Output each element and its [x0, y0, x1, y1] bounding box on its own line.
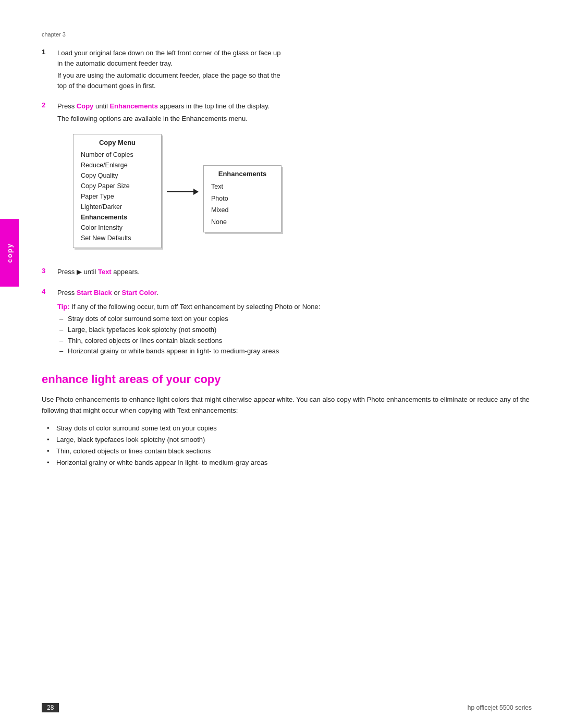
step-3: 3 Press ▶ until Text appears.: [42, 267, 532, 279]
step-1-line2: If you are using the automatic document …: [57, 70, 532, 91]
step-1: 1 Load your original face down on the le…: [42, 48, 532, 93]
copy-menu-item-6: Lighter/Darker: [81, 202, 154, 212]
step-4-content: Press Start Black or Start Color. Tip: I…: [57, 288, 532, 357]
section-title: enhance light areas of your copy: [42, 373, 532, 386]
tip-label: Tip:: [57, 303, 70, 311]
enhancements-keyword: Enhancements: [109, 102, 157, 110]
step-4: 4 Press Start Black or Start Color. Tip:…: [42, 288, 532, 357]
step-1-number: 1: [42, 48, 57, 56]
body-paragraph: Use Photo enhancements to enhance light …: [42, 394, 532, 416]
copy-menu-item-3: Copy Quality: [81, 170, 154, 181]
menu-diagram: Copy Menu Number of Copies Reduce/Enlarg…: [73, 134, 532, 248]
step-1-line1: Load your original face down on the left…: [57, 48, 532, 68]
footer-product-name: hp officejet 5500 series: [468, 704, 532, 711]
dash-item-3: Thin, colored objects or lines contain b…: [57, 336, 532, 347]
copy-menu-item-8: Color Intensity: [81, 223, 154, 233]
start-color-keyword: Start Color: [122, 289, 157, 297]
enhancements-item-photo: Photo: [211, 193, 274, 205]
page-container: copy chapter 3 1 Load your original face…: [0, 0, 563, 728]
arrow-container: [162, 191, 203, 192]
step-3-content: Press ▶ until Text appears.: [57, 267, 532, 279]
start-black-keyword: Start Black: [77, 289, 112, 297]
copy-menu-box: Copy Menu Number of Copies Reduce/Enlarg…: [73, 134, 162, 248]
copy-menu-item-9: Set New Defaults: [81, 233, 154, 243]
copy-menu-item-5: Paper Type: [81, 191, 154, 202]
tip-block: Tip: If any of the following occur, turn…: [57, 303, 532, 311]
dash-item-2: Large, black typefaces look splotchy (no…: [57, 325, 532, 336]
enhancements-item-mixed: Mixed: [211, 204, 274, 216]
footer: 28 hp officejet 5500 series: [0, 703, 563, 712]
dash-list: Stray dots of color surround some text o…: [57, 314, 532, 357]
bullet-item-1: Stray dots of color surround some text o…: [47, 423, 532, 434]
enhancements-title: Enhancements: [211, 170, 274, 178]
step-2-text: Press Copy until Enhancements appears in…: [57, 101, 532, 112]
enhancements-item-none: None: [211, 216, 274, 228]
step-4-text: Press Start Black or Start Color.: [57, 288, 532, 298]
text-keyword: Text: [98, 268, 112, 276]
step-1-content: Load your original face down on the left…: [57, 48, 532, 93]
footer-page-number: 28: [42, 703, 59, 712]
copy-menu-item-1: Number of Copies: [81, 150, 154, 160]
enhancements-item-text: Text: [211, 181, 274, 193]
bullet-list: Stray dots of color surround some text o…: [47, 423, 532, 468]
step-3-text: Press ▶ until Text appears.: [57, 267, 532, 277]
copy-menu-item-2: Reduce/Enlarge: [81, 160, 154, 170]
side-tab-label: copy: [6, 243, 14, 263]
step-2-content: Press Copy until Enhancements appears in…: [57, 101, 532, 258]
step-2-line2: The following options are available in t…: [57, 114, 532, 124]
step-2-number: 2: [42, 101, 57, 109]
step-3-number: 3: [42, 267, 57, 275]
bullet-item-2: Large, black typefaces look splotchy (no…: [47, 434, 532, 446]
side-tab: copy: [0, 219, 19, 287]
chapter-label: chapter 3: [42, 31, 532, 38]
dash-item-1: Stray dots of color surround some text o…: [57, 314, 532, 325]
dash-item-4: Horizontal grainy or white bands appear …: [57, 346, 532, 357]
step-4-number: 4: [42, 288, 57, 295]
main-content: chapter 3 1 Load your original face down…: [42, 0, 532, 468]
copy-menu-title: Copy Menu: [81, 139, 154, 146]
arrow-line: [167, 191, 198, 192]
copy-keyword: Copy: [77, 102, 94, 110]
step-2: 2 Press Copy until Enhancements appears …: [42, 101, 532, 258]
enhancements-box: Enhancements Text Photo Mixed None: [203, 165, 282, 232]
copy-menu-item-4: Copy Paper Size: [81, 181, 154, 191]
copy-menu-item-7: Enhancements: [81, 212, 154, 223]
bullet-item-3: Thin, colored objects or lines contain b…: [47, 446, 532, 457]
bullet-item-4: Horizontal grainy or white bands appear …: [47, 457, 532, 468]
